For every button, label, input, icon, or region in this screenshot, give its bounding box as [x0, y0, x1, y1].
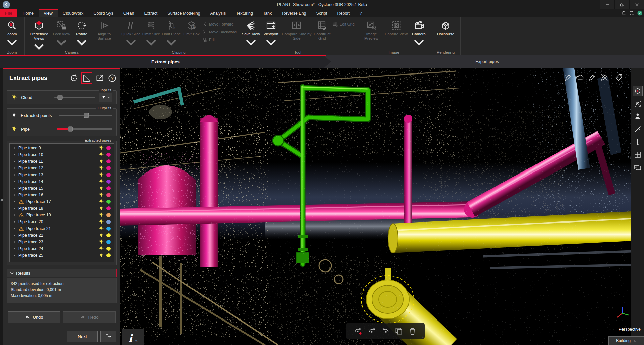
ribbon-button[interactable]: Compare Side by Side — [281, 19, 312, 48]
visibility-bulb-icon[interactable] — [11, 112, 17, 119]
menu-item[interactable]: File — [0, 9, 17, 17]
toolbar-collapse-chevrons[interactable]: » — [421, 336, 425, 338]
visibility-bulb-icon[interactable] — [99, 239, 104, 245]
pipe-color-swatch[interactable] — [106, 180, 111, 184]
menu-item[interactable]: Extract — [139, 9, 162, 17]
pipe-trace-row[interactable]: Pipe trace 21 — [10, 225, 114, 232]
ribbon-small-button[interactable]: Edit — [202, 36, 237, 43]
cloud-filter-dropdown[interactable] — [99, 93, 112, 102]
expand-chevron-icon[interactable] — [13, 146, 16, 150]
pipe-trace-row[interactable]: Pipe trace 22 — [10, 232, 114, 239]
rotate-left-icon[interactable] — [368, 327, 377, 336]
pipe-trace-row[interactable]: Pipe trace 13 — [10, 171, 114, 178]
pipe-color-swatch[interactable] — [106, 186, 111, 190]
pipe-color-swatch[interactable] — [106, 213, 111, 217]
ribbon-small-button[interactable]: Move Backward — [202, 29, 237, 35]
notifications-bell-icon[interactable] — [621, 10, 627, 16]
pick-point-button[interactable] — [633, 99, 643, 109]
visibility-bulb-icon[interactable] — [99, 159, 104, 164]
ribbon-button[interactable]: Lock view — [51, 19, 72, 49]
visibility-bulb-icon[interactable] — [99, 226, 104, 231]
projection-mode-label[interactable]: Perspective — [619, 327, 641, 332]
pipe-color-swatch[interactable] — [106, 253, 111, 257]
ribbon-small-button[interactable]: Move Forward — [202, 21, 237, 28]
pipe-trace-row[interactable]: Pipe trace 14 — [10, 178, 114, 185]
results-header[interactable]: Results — [7, 269, 117, 277]
menu-item[interactable]: Home — [17, 9, 39, 17]
tab-extract-pipes[interactable]: Extract pipes — [0, 55, 331, 68]
menu-item[interactable]: Tank — [258, 9, 277, 17]
visibility-bulb-icon[interactable] — [11, 94, 17, 101]
expand-chevron-icon[interactable] — [13, 160, 16, 163]
pen-off-icon[interactable] — [600, 73, 608, 82]
menu-item[interactable]: Surface Modeling — [162, 9, 205, 17]
expand-chevron-icon[interactable] — [13, 180, 16, 183]
ribbon-button[interactable]: Align to Surface — [92, 19, 117, 48]
menu-item[interactable]: Clean — [118, 9, 139, 17]
slider-thumb[interactable] — [84, 113, 89, 118]
ribbon-button[interactable]: Z Limit Plane — [161, 19, 181, 49]
menu-item[interactable]: View — [39, 9, 58, 17]
rotation-center-button[interactable] — [633, 86, 643, 96]
pipe-trace-row[interactable]: Pipe trace 12 — [10, 165, 114, 171]
ribbon-button[interactable]: Capture View — [384, 19, 409, 48]
restore-button[interactable] — [614, 0, 629, 9]
sync-icon[interactable] — [629, 10, 635, 16]
expand-chevron-icon[interactable] — [13, 247, 16, 250]
ribbon-button[interactable]: Quick Slice — [121, 19, 141, 49]
viewport-3d[interactable]: » i » Perspective Building — [120, 68, 644, 345]
slider-thumb[interactable] — [68, 127, 73, 132]
ribbon-button[interactable]: Camera — [409, 19, 429, 49]
expand-chevron-icon[interactable] — [13, 173, 16, 177]
info-panel-toggle[interactable]: i » — [122, 329, 144, 345]
copy-icon[interactable] — [394, 327, 403, 336]
pipe-trace-row[interactable]: Pipe trace 16 — [10, 192, 114, 198]
ribbon-button[interactable]: Dollhouse — [433, 19, 458, 48]
visibility-bulb-icon[interactable] — [99, 253, 104, 258]
ribbon-button[interactable]: Save View — [241, 19, 261, 49]
pipe-color-swatch[interactable] — [106, 240, 111, 244]
visibility-bulb-icon[interactable] — [99, 172, 104, 178]
expand-chevron-icon[interactable] — [13, 220, 16, 224]
delete-icon[interactable] — [408, 327, 417, 336]
close-button[interactable] — [629, 0, 644, 9]
visibility-bulb-icon[interactable] — [99, 233, 104, 238]
rotate-right-icon[interactable] — [381, 327, 390, 336]
menu-item[interactable]: Texturing — [231, 9, 258, 17]
menu-item[interactable]: ? — [355, 9, 367, 17]
undo-button[interactable]: Undo — [8, 311, 60, 323]
visibility-bulb-icon[interactable] — [11, 126, 17, 132]
slider-thumb[interactable] — [58, 95, 63, 100]
pipe-color-swatch[interactable] — [106, 227, 111, 231]
menu-item[interactable]: Coord Sys — [88, 9, 118, 17]
expand-chevron-icon[interactable] — [13, 166, 16, 170]
visibility-bulb-icon[interactable] — [99, 186, 104, 191]
human-view-button[interactable] — [633, 111, 643, 121]
pipe-trace-row[interactable]: Pipe trace 23 — [10, 239, 114, 245]
pipe-color-swatch[interactable] — [106, 193, 111, 197]
visibility-bulb-icon[interactable] — [99, 212, 104, 218]
pipe-trace-row[interactable]: Pipe trace 24 — [10, 245, 114, 252]
pipe-color-swatch[interactable] — [106, 166, 111, 170]
visibility-bulb-icon[interactable] — [99, 199, 104, 204]
pipe-trace-row[interactable]: Pipe trace 25 — [10, 252, 114, 259]
gallery-button[interactable] — [633, 162, 643, 172]
menu-item[interactable]: Analysis — [205, 9, 231, 17]
tab-export-pipes[interactable]: Export pipes — [454, 55, 521, 68]
expand-chevron-icon[interactable] — [13, 234, 16, 237]
account-avatar-icon[interactable] — [637, 10, 643, 16]
collapse-panel-arrow[interactable]: ◀ — [0, 198, 3, 202]
select-rectangle-icon[interactable] — [81, 72, 92, 84]
ribbon-button[interactable]: Rotate — [72, 19, 92, 49]
pipe-color-swatch[interactable] — [106, 173, 111, 177]
ribbon-button[interactable]: Y Limit Slice — [141, 19, 161, 49]
pipe-trace-row[interactable]: Pipe trace 18 — [10, 205, 114, 212]
slice-button[interactable] — [633, 124, 643, 134]
pipe-trace-row[interactable]: Pipe trace 19 — [10, 212, 114, 218]
pipe-trace-row[interactable]: Pipe trace 11 — [10, 158, 114, 165]
pipe-color-swatch[interactable] — [106, 153, 111, 157]
menu-item[interactable]: CloudWorx — [58, 9, 89, 17]
visibility-bulb-icon[interactable] — [99, 192, 104, 198]
expand-chevron-icon[interactable] — [13, 227, 16, 230]
exit-tool-button[interactable] — [100, 331, 116, 342]
